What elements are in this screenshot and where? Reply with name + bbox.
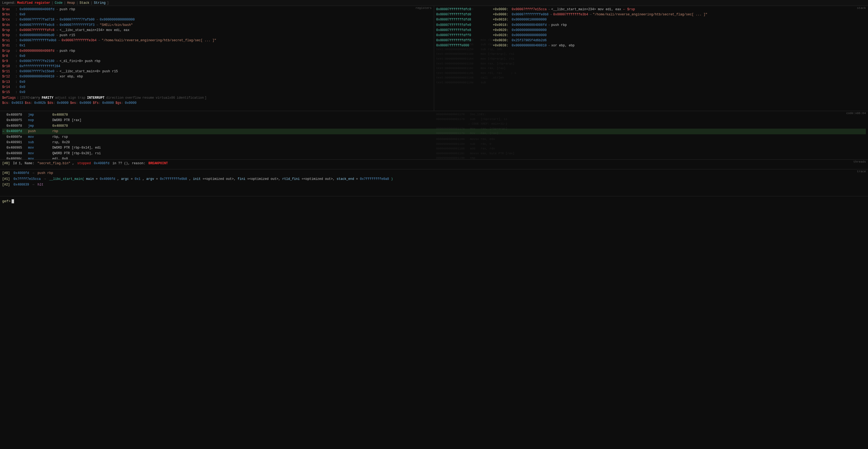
trace-label: trace (857, 170, 866, 173)
stack-row-7: 0x00007ffffffe000 +0x0038: 0x00000000004… (436, 43, 866, 48)
segments-row: $cs : 0x0033 $ss : 0x002b $ds : 0x0000 $… (2, 100, 432, 106)
reg-rsi: $rsi : 0x00007ffffffffe0b8 → 0x00007ffff… (2, 38, 432, 43)
reg-r9: $r9 : 0x00007ffff7fe2180 → <_dl_fini+0> … (2, 59, 432, 64)
code-row-2: 0x4008f8 jmp 0x400870 (2, 123, 866, 129)
trace-row-0: [#0] 0x4008fd → push rbp (2, 171, 866, 176)
stack-panel: stack 0x00007fffffffdfc8 +0x0000: 0x0000… (434, 6, 868, 111)
reg-r14: $r14 : 0x0 (2, 85, 432, 90)
trace-row-2: [#2] 0x400839 → hlt (2, 182, 866, 188)
code-row-1: 0x4008f5 nop DWORD PTR [rax] (2, 118, 866, 123)
reg-r13: $r13 : 0x0 (2, 80, 432, 85)
legend-bar: Legend: Modified register | Code | Heap … (0, 0, 868, 6)
stack-row-0: 0x00007fffffffdfc8 +0x0000: 0x00007ffff7… (436, 7, 866, 12)
input-prompt: gef> (2, 199, 10, 203)
reg-r11: $r11 : 0x00007ffff7e15be0 → <__libc_star… (2, 69, 432, 74)
legend-string: String (94, 1, 105, 5)
reg-rax: $rax : 0x00000000004008fd → push rbp (2, 7, 432, 12)
reg-r12: $r12 : 0x0000000000400810 → xor ebp, ebp (2, 74, 432, 79)
stack-label: stack (857, 6, 866, 10)
registers-panel: registers $rax : 0x00000000004008fd → pu… (0, 6, 434, 111)
legend-heap: Heap (67, 1, 75, 5)
reg-rip: $rip : 0x00000000004008fd → push rbp (2, 49, 432, 54)
input-bar[interactable]: gef> (0, 196, 868, 206)
code-row-0: 0x4008f0 jmp 0x400870 (2, 112, 866, 118)
stack-row-1: 0x00007fffffffdfd0 +0x0008: 0x00007fffff… (436, 12, 866, 17)
reg-rdx: $rdx : 0x00007fffffffe0c8 → 0x00007fffff… (2, 23, 432, 28)
reg-r15: $r15 : 0x0 (2, 90, 432, 95)
reg-r8: $r8 : 0x0 (2, 54, 432, 59)
reg-rdi: $rdi : 0x1 (2, 43, 432, 48)
input-cursor (11, 199, 14, 203)
code-panel: code:x86:64 0x4008f0 jmp 0x400870 0x4008… (0, 111, 868, 160)
code-row-6: 0x400905 mov DWORD PTR [rbp-0x14], edi (2, 145, 866, 150)
reg-rcx: $rcx : 0x00007ffff7fad718 → 0x00007ffff7… (2, 17, 432, 22)
registers-label: registers (415, 6, 431, 10)
code-row-3: → 0x4008fd push rbp (2, 129, 866, 134)
stack-row-5: 0x00007fffffffdff0 +0x0028: 0x0000000000… (436, 33, 866, 38)
reg-rbx: $rbx : 0x0 (2, 12, 432, 17)
threads-label: threads (854, 160, 866, 163)
stack-row-2: 0x00007fffffffdfd8 +0x0010: 0x0000000100… (436, 17, 866, 22)
legend-modified: Modified register (17, 1, 50, 5)
stack-row-3: 0x00007fffffffdfe0 +0x0018: 0x0000000000… (436, 23, 866, 28)
threads-panel: threads [#0] Id 1, Name: "secret_flag.bi… (0, 160, 868, 169)
trace-panel: trace [#0] 0x4008fd → push rbp [#1] 0x7f… (0, 169, 868, 196)
legend-stack: Stack (80, 1, 89, 5)
code-row-5: 0x400901 sub rsp, 0x20 (2, 140, 866, 145)
reg-r10: $r10 : 0xffffffffffffffff284 (2, 64, 432, 69)
code-row-4: 0x4008fe mov rbp, rsp (2, 134, 866, 140)
code-row-7: 0x400908 mov QWORD PTR [rbp-0x20], rsi (2, 151, 866, 156)
debugger-layout: Legend: Modified register | Code | Heap … (0, 0, 868, 449)
legend-code: Code (55, 1, 63, 5)
trace-row-1: [#1] 0x7ffff7e15cca → __libc_start_main(… (2, 176, 866, 182)
legend-label: Legend: (2, 1, 16, 5)
reg-rsp: $rsp : 0x00007fffffffdfc8 → <__libc_star… (2, 28, 432, 33)
code-row-8: 0x40090c mov edi, 0x0 (2, 156, 866, 160)
stack-row-6: 0x00007fffffffdff8 +0x0030: 0x25f37905f4… (436, 38, 866, 43)
flags-row: $eflags : [ ZERO carry PARITY adjust sig… (2, 95, 432, 100)
code-label: code:x86:64 (846, 112, 866, 115)
stack-row-4: 0x00007fffffffdfe8 +0x0020: 0x0000000000… (436, 28, 866, 33)
reg-rbp: $rbp : 0x0000000000400bd0 → push r15 (2, 33, 432, 38)
threads-row: [#0] Id 1, Name: "secret_flag.bin" , sto… (2, 161, 866, 167)
